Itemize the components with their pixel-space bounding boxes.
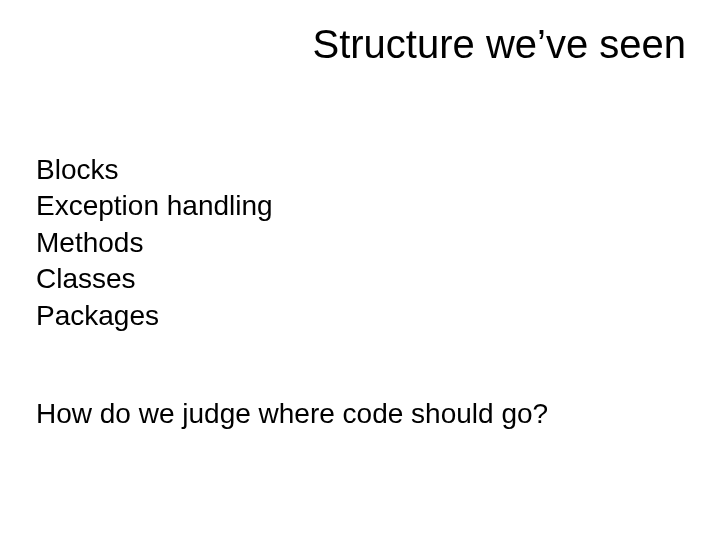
list-item: Classes xyxy=(36,261,273,297)
slide-title: Structure we’ve seen xyxy=(312,22,686,66)
list-item: Exception handling xyxy=(36,188,273,224)
list-item: Blocks xyxy=(36,152,273,188)
question-text: How do we judge where code should go? xyxy=(36,398,548,430)
slide: Structure we’ve seen Blocks Exception ha… xyxy=(0,0,720,540)
content-list: Blocks Exception handling Methods Classe… xyxy=(36,152,273,334)
list-item: Packages xyxy=(36,298,273,334)
list-item: Methods xyxy=(36,225,273,261)
